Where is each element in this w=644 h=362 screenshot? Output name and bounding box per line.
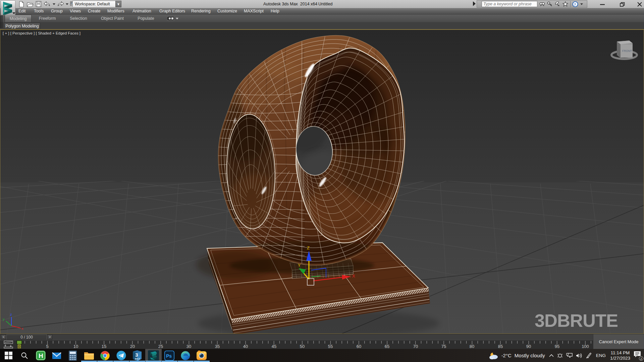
- svg-text:15: 15: [102, 344, 106, 349]
- svg-text:55: 55: [328, 344, 333, 349]
- svg-text:3: 3: [135, 352, 138, 358]
- svg-text:Ps: Ps: [166, 353, 172, 359]
- svg-text:65: 65: [385, 344, 389, 349]
- svg-text:?: ?: [574, 2, 576, 6]
- svg-text:z: z: [10, 312, 12, 316]
- svg-text:MAX: MAX: [135, 358, 140, 360]
- svg-text:75: 75: [441, 344, 446, 349]
- svg-text:70: 70: [413, 344, 418, 349]
- svg-text:0: 0: [18, 345, 20, 349]
- svg-text:45: 45: [272, 344, 276, 349]
- svg-text:50: 50: [300, 344, 305, 349]
- svg-text:30: 30: [186, 344, 191, 349]
- svg-text:100: 100: [582, 344, 589, 349]
- svg-text:[ + ] [ Perspective ] [ Shaded: [ + ] [ Perspective ] [ Shaded + Edged F…: [3, 31, 80, 35]
- svg-text:85: 85: [498, 344, 503, 349]
- svg-text:95: 95: [555, 344, 559, 349]
- svg-text:90: 90: [526, 344, 531, 349]
- svg-text:80: 80: [470, 344, 474, 349]
- svg-text:20: 20: [130, 344, 135, 349]
- svg-text:X: X: [352, 274, 355, 279]
- svg-text:x: x: [21, 326, 23, 330]
- svg-text:10: 10: [73, 344, 78, 349]
- svg-text:Y: Y: [298, 263, 301, 268]
- svg-text:40: 40: [243, 344, 248, 349]
- svg-text:3DBRUTE: 3DBRUTE: [535, 310, 618, 330]
- svg-text:Z: Z: [307, 245, 310, 250]
- svg-text:5: 5: [46, 344, 48, 349]
- svg-text:60: 60: [357, 344, 361, 349]
- svg-text:H: H: [39, 352, 43, 359]
- svg-text:35: 35: [215, 344, 220, 349]
- svg-text:FRONT: FRONT: [622, 49, 632, 53]
- svg-text:25: 25: [158, 344, 163, 349]
- svg-text:y: y: [3, 317, 5, 321]
